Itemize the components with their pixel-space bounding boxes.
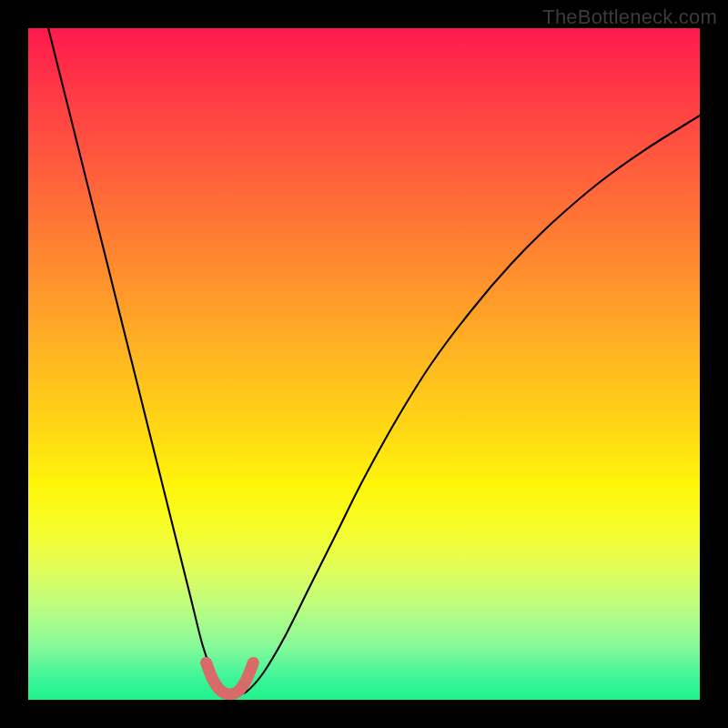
bottleneck-curve-svg — [28, 28, 700, 700]
highlight-segment-path — [207, 662, 254, 694]
bottleneck-curve-path — [48, 28, 700, 694]
chart-plot-area — [28, 28, 700, 700]
watermark-text: TheBottleneck.com — [542, 5, 717, 29]
